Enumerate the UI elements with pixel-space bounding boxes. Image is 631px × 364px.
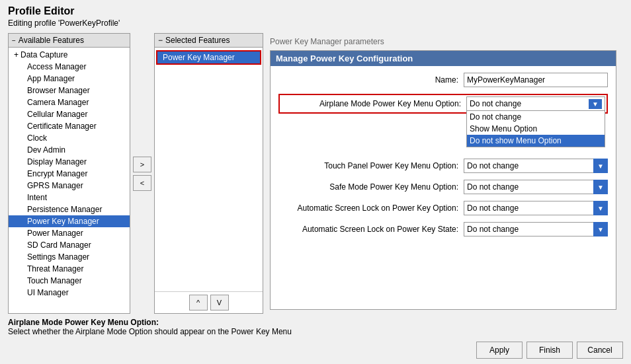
list-item[interactable]: Clock	[9, 132, 130, 144]
touch-panel-select-arrow[interactable]: ▼	[593, 159, 608, 173]
params-box: Manage Power Key Configuration Name: Air…	[270, 50, 616, 310]
airplane-dropdown-list: Do not change Show Menu Option Do not sh…	[466, 111, 605, 147]
list-item[interactable]: Threat Manager	[9, 263, 130, 275]
params-panel: Power Key Manager parameters Manage Powe…	[263, 33, 623, 314]
airplane-dropdown-value: Do not change	[470, 99, 521, 108]
status-description: Select whether the Airplane Mode Option …	[8, 327, 292, 336]
selected-features-list: Power Key Manager	[155, 48, 263, 291]
list-item[interactable]: Certificate Manager	[9, 120, 130, 132]
touch-panel-label: Touch Panel Power Key Menu Option:	[278, 161, 464, 170]
expand-icon[interactable]: −	[12, 37, 16, 44]
dropdown-option-highlighted[interactable]: Do not show Menu Option	[467, 135, 605, 147]
dropdown-arrow-icon[interactable]: ▼	[589, 99, 602, 109]
safe-mode-select-container: Do not change Show Menu Option Do not sh…	[464, 180, 608, 194]
list-item[interactable]: Dev Admin	[9, 144, 130, 156]
params-box-header: Manage Power Key Configuration	[271, 51, 616, 66]
profile-editor-dialog: Profile Editor Editing profile 'PowerKey…	[0, 0, 631, 364]
ud-buttons: ^ V	[155, 291, 263, 313]
selected-features-header: − Selected Features	[155, 34, 263, 48]
available-features-label: Available Features	[19, 36, 84, 45]
dialog-subtitle: Editing profile 'PowerKeyProfile'	[8, 18, 623, 28]
touch-panel-select[interactable]: Do not change Show Menu Option Do not sh…	[464, 159, 608, 173]
auto-lock-option-select[interactable]: Do not change	[464, 201, 608, 215]
cancel-button[interactable]: Cancel	[577, 342, 623, 359]
list-item[interactable]: Persistence Manager	[9, 203, 130, 215]
status-text: Airplane Mode Power Key Menu Option: Sel…	[8, 318, 623, 336]
auto-lock-state-select[interactable]: Do not change	[464, 222, 608, 237]
list-item[interactable]: Access Manager	[9, 61, 130, 73]
auto-lock-state-row: Automatic Screen Lock on Power Key State…	[278, 222, 608, 237]
main-area: − Available Features + Data Capture Acce…	[8, 33, 623, 314]
move-down-button[interactable]: V	[210, 295, 229, 310]
list-item[interactable]: UI Manager	[9, 287, 130, 299]
tree-group-label: Data Capture	[21, 50, 67, 59]
airplane-mode-label: Airplane Mode Power Key Menu Option:	[281, 96, 466, 111]
safe-mode-select[interactable]: Do not change Show Menu Option Do not sh…	[464, 180, 608, 194]
list-item[interactable]: GPRS Manager	[9, 180, 130, 192]
safe-mode-label: Safe Mode Power Key Menu Option:	[278, 182, 464, 192]
airplane-dropdown-container: Do not change ▼ Do not change Show Menu …	[466, 96, 605, 111]
dialog-title: Profile Editor	[8, 5, 623, 17]
auto-lock-state-select-container: Do not change ▼	[464, 222, 608, 237]
name-input[interactable]	[464, 73, 608, 87]
available-features-panel: − Available Features + Data Capture Acce…	[8, 33, 130, 314]
list-item[interactable]: Settings Manager	[9, 251, 130, 263]
list-item[interactable]: Intent	[9, 192, 130, 203]
selected-features-expand-icon: −	[158, 36, 163, 45]
move-left-button[interactable]: <	[133, 175, 151, 191]
auto-lock-state-label: Automatic Screen Lock on Power Key State…	[278, 225, 464, 234]
list-item-selected[interactable]: Power Key Manager	[9, 215, 130, 227]
auto-lock-option-select-arrow[interactable]: ▼	[593, 201, 608, 215]
move-right-button[interactable]: >	[133, 157, 151, 172]
status-bold: Airplane Mode Power Key Menu Option:	[8, 318, 159, 327]
selected-features-label: Selected Features	[165, 36, 230, 45]
bottom-area: Airplane Mode Power Key Menu Option: Sel…	[8, 314, 623, 359]
auto-lock-option-label: Automatic Screen Lock on Power Key Optio…	[278, 203, 464, 213]
list-item[interactable]: Display Manager	[9, 156, 130, 168]
safe-mode-row: Safe Mode Power Key Menu Option: Do not …	[278, 180, 608, 194]
lr-arrows: > <	[130, 33, 154, 314]
available-features-list: + Data Capture Access Manager App Manage…	[9, 48, 130, 313]
selected-features-panel: − Selected Features Power Key Manager ^ …	[154, 33, 263, 314]
dropdown-option[interactable]: Show Menu Option	[467, 123, 605, 135]
list-item[interactable]: Power Manager	[9, 227, 130, 239]
params-content: Name: Airplane Mode Power Key Menu Optio…	[271, 66, 616, 250]
list-item[interactable]: Touch Manager	[9, 275, 130, 287]
airplane-dropdown[interactable]: Do not change ▼	[466, 96, 605, 111]
list-item[interactable]: Camera Manager	[9, 96, 130, 108]
touch-panel-select-container: Do not change Show Menu Option Do not sh…	[464, 159, 608, 173]
move-up-button[interactable]: ^	[189, 295, 208, 310]
finish-button[interactable]: Finish	[526, 342, 573, 359]
apply-button[interactable]: Apply	[476, 342, 523, 359]
available-features-header: − Available Features	[9, 34, 130, 48]
list-item[interactable]: SD Card Manager	[9, 239, 130, 251]
params-panel-title: Power Key Manager parameters	[270, 37, 616, 46]
list-item[interactable]: Browser Manager	[9, 85, 130, 96]
safe-mode-select-arrow[interactable]: ▼	[593, 180, 608, 194]
auto-lock-state-select-arrow[interactable]: ▼	[593, 222, 608, 237]
bottom-buttons: Apply Finish Cancel	[8, 339, 623, 359]
tree-group-data-capture[interactable]: + Data Capture	[9, 49, 130, 61]
list-item[interactable]: Encrypt Manager	[9, 168, 130, 180]
list-item[interactable]: App Manager	[9, 73, 130, 85]
auto-lock-option-select-container: Do not change ▼	[464, 201, 608, 215]
dropdown-option[interactable]: Do not change	[467, 111, 605, 123]
touch-panel-row: Touch Panel Power Key Menu Option: Do no…	[278, 159, 608, 173]
name-label: Name:	[278, 75, 464, 85]
list-item[interactable]: Cellular Manager	[9, 108, 130, 120]
name-row: Name:	[278, 73, 608, 87]
tree-group-expand-icon: +	[14, 50, 19, 59]
selected-item-power-key-manager[interactable]: Power Key Manager	[156, 50, 261, 65]
auto-lock-option-row: Automatic Screen Lock on Power Key Optio…	[278, 201, 608, 215]
